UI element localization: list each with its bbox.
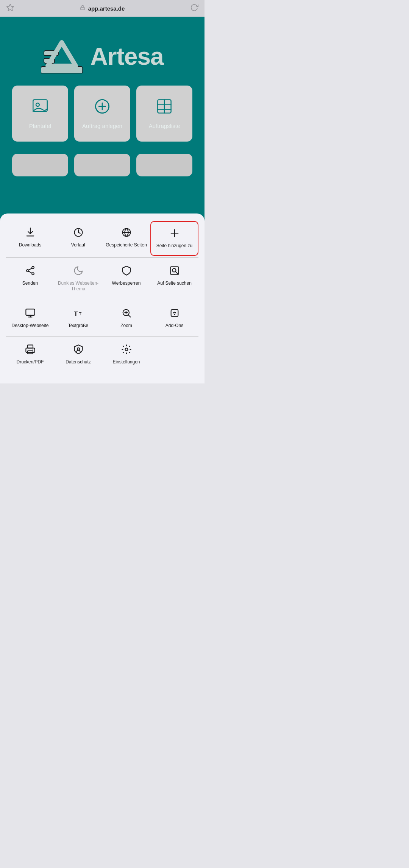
datenschutz-label: Datenschutz [66, 359, 91, 365]
privacy-icon [73, 344, 84, 356]
partial-btn-2 [74, 154, 130, 176]
menu-grid: Downloads Verlauf Gespeicherte Seiten Se… [6, 221, 198, 371]
svg-line-26 [28, 268, 31, 270]
svg-rect-42 [28, 345, 33, 348]
auftragsliste-icon [156, 98, 173, 118]
search-page-icon [169, 265, 180, 277]
menu-item-auf-seite-suchen[interactable]: Auf Seite suchen [150, 259, 198, 298]
svg-marker-0 [7, 4, 14, 10]
menu-item-textgroesse[interactable]: TT Textgröße [54, 302, 102, 335]
share-icon [25, 265, 36, 277]
artesa-logo-icon [41, 39, 83, 73]
action-grid: Plantafel Auftrag anlegen [9, 86, 195, 142]
auftragsliste-label: Auftragsliste [149, 123, 180, 129]
partial-btn-3 [136, 154, 192, 176]
gespeicherte-seiten-label: Gespeicherte Seiten [106, 242, 147, 248]
auftrag-anlegen-label: Auftrag anlegen [82, 123, 122, 129]
verlauf-label: Verlauf [71, 242, 85, 248]
text-size-icon: TT [73, 308, 84, 320]
browser-chrome: app.artesa.de [0, 0, 204, 17]
download-icon [25, 227, 36, 239]
print-icon [25, 344, 36, 356]
logo-text: Artesa [90, 42, 163, 70]
moon-icon [73, 265, 84, 277]
bottom-sheet: Downloads Verlauf Gespeicherte Seiten Se… [0, 213, 204, 383]
menu-item-drucken[interactable]: Drucken/PDF [6, 338, 54, 371]
menu-item-senden[interactable]: Senden [6, 259, 54, 298]
svg-rect-1 [80, 7, 84, 9]
textgroesse-label: Textgröße [68, 323, 88, 329]
svg-point-29 [172, 268, 176, 272]
lock-icon [80, 5, 85, 12]
addon-icon [169, 308, 180, 320]
menu-divider-3 [6, 336, 198, 337]
svg-point-47 [125, 348, 128, 351]
menu-item-gespeicherte-seiten[interactable]: Gespeicherte Seiten [102, 221, 150, 256]
reload-icon[interactable] [190, 3, 198, 14]
svg-line-37 [128, 315, 130, 317]
auftrag-anlegen-button[interactable]: Auftrag anlegen [74, 86, 130, 142]
svg-point-45 [32, 349, 33, 350]
svg-line-30 [176, 272, 178, 274]
menu-item-downloads[interactable]: Downloads [6, 221, 54, 256]
svg-rect-43 [26, 348, 34, 353]
add-ons-label: Add-Ons [165, 323, 183, 329]
drucken-label: Drucken/PDF [16, 359, 44, 365]
main-content: Artesa Plantafel Auftr [0, 17, 204, 221]
menu-item-desktop-webseite[interactable]: Desktop-Web­seite [6, 302, 54, 335]
zoom-label: Zoom [120, 323, 132, 329]
seite-hinzufuegen-label: Seite hinzügen zu [156, 243, 192, 249]
menu-item-werbesperren[interactable]: Werbesperren [102, 259, 150, 298]
downloads-label: Downloads [19, 242, 41, 248]
history-icon [73, 227, 84, 239]
menu-item-empty [150, 338, 198, 371]
svg-text:T: T [74, 310, 78, 317]
desktop-icon [25, 308, 36, 320]
globe-icon [121, 227, 132, 239]
auf-seite-suchen-label: Auf Seite suchen [157, 281, 192, 287]
plantafel-icon [32, 98, 48, 118]
auftragsliste-button[interactable]: Auftragsliste [136, 86, 192, 142]
partial-btn-1 [12, 154, 68, 176]
menu-divider-2 [6, 300, 198, 300]
plantafel-button[interactable]: Plantafel [12, 86, 68, 142]
logo-area: Artesa [41, 39, 163, 73]
menu-divider-1 [6, 257, 198, 258]
dunkles-theme-label: Dunkles Webseiten-Thema [56, 281, 100, 292]
menu-item-seite-hinzufuegen[interactable]: Seite hinzügen zu [150, 221, 198, 256]
menu-item-dunkles-theme[interactable]: Dunkles Webseiten-Thema [54, 259, 102, 298]
menu-item-verlauf[interactable]: Verlauf [54, 221, 102, 256]
svg-point-8 [36, 103, 39, 106]
plus-icon [169, 228, 180, 240]
svg-point-41 [174, 314, 175, 315]
desktop-webseite-label: Desktop-Web­seite [12, 323, 49, 329]
partial-row [9, 154, 195, 176]
menu-item-add-ons[interactable]: Add-Ons [150, 302, 198, 335]
svg-line-27 [28, 271, 31, 273]
url-text: app.artesa.de [88, 5, 125, 12]
senden-label: Senden [22, 281, 38, 287]
svg-rect-40 [171, 309, 178, 316]
werbesperren-label: Werbesperren [112, 281, 141, 287]
plantafel-label: Plantafel [29, 123, 51, 129]
url-bar-area[interactable]: app.artesa.de [14, 5, 190, 12]
svg-rect-31 [26, 309, 34, 315]
einstellungen-label: Einstellungen [112, 359, 140, 365]
menu-item-einstellungen[interactable]: Einstellungen [102, 338, 150, 371]
favorite-icon[interactable] [6, 3, 14, 14]
svg-point-46 [77, 348, 80, 350]
auftrag-anlegen-icon [94, 98, 111, 118]
zoom-icon [121, 308, 132, 320]
settings-icon [121, 344, 132, 356]
menu-item-zoom[interactable]: Zoom [102, 302, 150, 335]
menu-item-datenschutz[interactable]: Datenschutz [54, 338, 102, 371]
shield-icon [121, 265, 132, 277]
svg-text:T: T [79, 311, 81, 316]
